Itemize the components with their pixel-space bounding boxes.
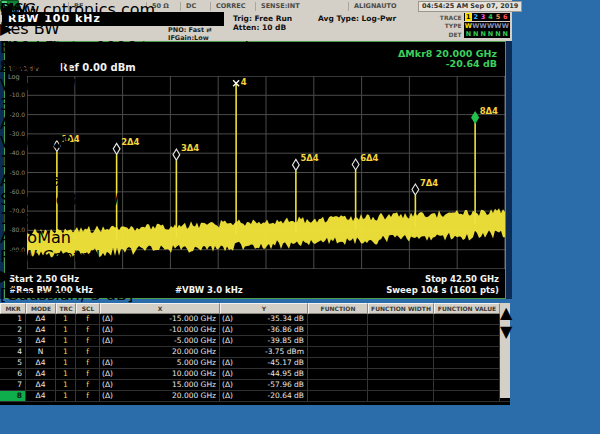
softkey-title: Span:3dB RBW xyxy=(0,190,133,209)
marker-diamond-active-icon xyxy=(472,112,479,123)
cell-mkr-number: 3 xyxy=(0,336,26,346)
cell-trace: 1 xyxy=(56,358,76,368)
softkey-span-3db-rbw[interactable]: Span:3dB RBW106AutoMan xyxy=(0,190,133,247)
cell-scale: f xyxy=(76,369,100,379)
marker-diamond-icon xyxy=(352,159,359,170)
softkey-auto-man-row: AutoMan xyxy=(0,57,133,76)
column-header-function: FUNCTION xyxy=(308,303,368,314)
trace-cell: 5 xyxy=(494,13,501,21)
trace-cell: N xyxy=(465,30,472,38)
softkey-auto-option[interactable]: Auto xyxy=(0,114,37,133)
cell-y-value: (Δ)-39.85 dB xyxy=(220,336,308,346)
cell-trace: 1 xyxy=(56,336,76,346)
trace-row-cells: WWWWWW xyxy=(464,22,510,30)
marker-label: 6Δ4 xyxy=(360,153,378,163)
marker-table-vscrollbar[interactable]: ▲ ▼ xyxy=(500,303,510,398)
marker-label: 5Δ4 xyxy=(300,153,318,163)
cell-y-value: (Δ)-57.96 dB xyxy=(220,380,308,390)
marker-table-row[interactable]: 1Δ41f(Δ)-15.000 GHz(Δ)-35.34 dB xyxy=(0,314,510,325)
marker-table-row[interactable]: 5Δ41f(Δ)5.000 GHz(Δ)-45.17 dB xyxy=(0,358,510,369)
marker-table-row[interactable]: 3Δ41f(Δ)-5.000 GHz(Δ)-39.85 dB xyxy=(0,336,510,347)
cell-trace: 1 xyxy=(56,369,76,379)
softkey-value: 1.0 xyxy=(0,152,133,171)
cell-function-width xyxy=(368,325,434,335)
softkey-title: VBW:3dB RBW xyxy=(0,133,133,152)
vbw-label: #VBW 3.0 kHz xyxy=(175,285,243,295)
scroll-up-button[interactable]: ▲ xyxy=(500,303,510,322)
cell-trace: 1 xyxy=(56,325,76,335)
marker-table-row[interactable]: 2Δ41f(Δ)-10.000 GHz(Δ)-36.86 dB xyxy=(0,325,510,336)
delta-marker-readout-amp: -20.64 dB xyxy=(446,58,497,69)
softkey-auto-option[interactable]: Auto xyxy=(0,57,37,76)
marker-label: 3Δ4 xyxy=(181,143,199,153)
cell-scale: f xyxy=(76,325,100,335)
column-header-trc: TRC xyxy=(56,303,76,314)
softkey-video-bw[interactable]: Video BW3.0 kHzAutoMan xyxy=(0,76,133,133)
column-header-function-value: FUNCTION VALUE xyxy=(434,303,500,314)
trace-cell: N xyxy=(494,30,501,38)
marker-table-header: MKRMODETRCSCLXYFUNCTIONFUNCTION WIDTHFUN… xyxy=(0,303,510,314)
trace-cell: W xyxy=(494,22,501,30)
cell-x-value: (Δ)-5.000 GHz xyxy=(100,336,220,346)
cell-trace: 1 xyxy=(56,314,76,324)
cell-trace: 1 xyxy=(56,380,76,390)
cell-mkr-number: 4 xyxy=(0,347,26,357)
annunciator-sense-int: SENSE:INT xyxy=(255,2,300,11)
cell-y-value: -3.75 dBm xyxy=(220,347,308,357)
trace-status-table: TRACE123456TYPEWWWWWWDETNNNNNN xyxy=(428,13,510,39)
cell-y-value: (Δ)-35.34 dB xyxy=(220,314,308,324)
softkey-auto-option[interactable]: Auto xyxy=(0,228,37,247)
cell-mkr-number: 1 xyxy=(0,314,26,324)
softkey-man-option[interactable]: Man xyxy=(37,171,71,190)
cell-function-width xyxy=(368,347,434,357)
softkey-man-option[interactable]: Man xyxy=(37,228,71,247)
trace-cell: W xyxy=(502,22,509,30)
spectrum-analyzer-screen: RF50 ΩDCCORRECSENSE:INTALIGNAUTO04:54:25… xyxy=(0,0,600,434)
marker-table-row-partial xyxy=(0,402,510,405)
cell-x-value: (Δ)10.000 GHz xyxy=(100,369,220,379)
column-header-y: Y xyxy=(220,303,308,314)
cell-function-value xyxy=(434,347,500,357)
softkey-auto-man-row: AutoMan xyxy=(0,171,133,190)
column-header-mkr: MKR xyxy=(0,303,26,314)
marker-table-row[interactable]: 7Δ41f(Δ)15.000 GHz(Δ)-57.96 dB xyxy=(0,380,510,391)
cell-mkr-number: 2 xyxy=(0,325,26,335)
marker-diamond-icon xyxy=(292,159,299,170)
marker-table-row[interactable]: 4N1f20.000 GHz-3.75 dBm xyxy=(0,347,510,358)
cell-mode: Δ4 xyxy=(26,391,56,401)
softkey-auto-option[interactable]: Auto xyxy=(0,171,37,190)
scroll-up-icon: ▲ xyxy=(500,303,512,322)
trace-cell: 1 xyxy=(465,13,472,21)
softkey-rbw-control[interactable]: RBW Control▶[Gaussian,-3 dB] xyxy=(0,247,133,304)
scroll-down-button[interactable]: ▼ xyxy=(500,322,510,341)
softkey-res-bw[interactable]: Res BW100 kHzAutoMan xyxy=(0,19,133,76)
softkey-title: Res BW xyxy=(0,19,133,38)
softkey-auto-man-row: AutoMan xyxy=(0,114,133,133)
cell-scale: f xyxy=(76,336,100,346)
softkey-man-option[interactable]: Man xyxy=(37,114,71,133)
trace-row-cells: 123456 xyxy=(464,13,510,21)
trace-cell: 3 xyxy=(479,13,486,21)
softkey-man-option[interactable]: Man xyxy=(37,57,71,76)
cell-function-width xyxy=(368,380,434,390)
cell-function-width xyxy=(368,314,434,324)
trace-cell: 4 xyxy=(487,13,494,21)
cell-mode: Δ4 xyxy=(26,325,56,335)
cell-function xyxy=(308,391,368,401)
cell-function-value xyxy=(434,391,500,401)
marker-table-row[interactable]: 8Δ41f(Δ)20.000 GHz(Δ)-20.64 dB xyxy=(0,391,510,402)
trace-cell: W xyxy=(479,22,486,30)
marker-table-row[interactable]: 6Δ41f(Δ)10.000 GHz(Δ)-44.95 dB xyxy=(0,369,510,380)
cell-mode: Δ4 xyxy=(26,358,56,368)
cell-function-value xyxy=(434,314,500,324)
cell-function xyxy=(308,347,368,357)
marker-label: 7Δ4 xyxy=(420,178,438,188)
cell-y-value: (Δ)-36.86 dB xyxy=(220,325,308,335)
cell-mode: Δ4 xyxy=(26,369,56,379)
trace-cell: N xyxy=(502,30,509,38)
cell-x-value: 20.000 GHz xyxy=(100,347,220,357)
cell-function-width xyxy=(368,336,434,346)
softkey-sidebar: BW Res BW100 kHzAutoManVideo BW3.0 kHzAu… xyxy=(0,0,133,304)
trace-status-row: DETNNNNNN xyxy=(428,30,510,39)
softkey-vbw-3db-rbw[interactable]: VBW:3dB RBW1.0AutoMan xyxy=(0,133,133,190)
